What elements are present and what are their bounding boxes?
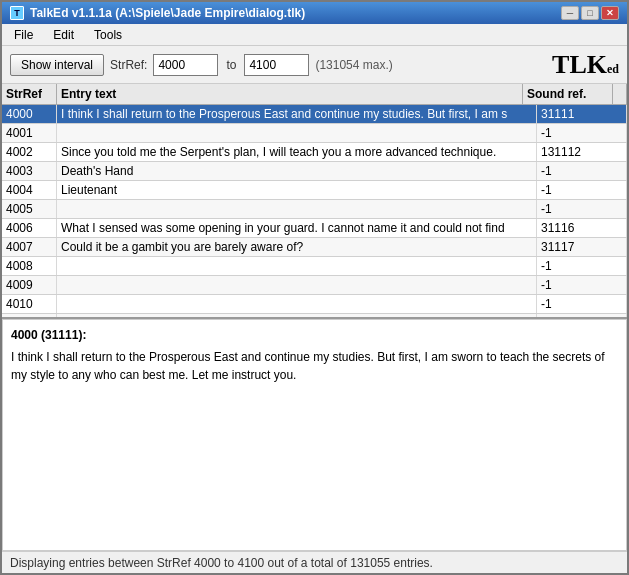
cell-strref: 4011 — [2, 314, 57, 317]
cell-strref: 4009 — [2, 276, 57, 294]
main-window: T TalkEd v1.1.1a (A:\Spiele\Jade Empire\… — [0, 0, 629, 575]
table-row[interactable]: 4011 -1 — [2, 314, 627, 317]
cell-sound: -1 — [537, 200, 627, 218]
header-scroll — [613, 84, 627, 104]
menu-edit[interactable]: Edit — [45, 26, 82, 44]
cell-text: Could it be a gambit you are barely awar… — [57, 238, 537, 256]
cell-strref: 4000 — [2, 105, 57, 123]
logo-text: TLK — [552, 50, 607, 79]
header-sound: Sound ref. — [523, 84, 613, 104]
max-label: (131054 max.) — [315, 58, 392, 72]
minimize-button[interactable]: ─ — [561, 6, 579, 20]
cell-sound: -1 — [537, 276, 627, 294]
main-content: StrRef Entry text Sound ref. 4000 I thin… — [2, 84, 627, 573]
menu-file[interactable]: File — [6, 26, 41, 44]
cell-strref: 4003 — [2, 162, 57, 180]
table-row[interactable]: 4009 -1 — [2, 276, 627, 295]
detail-text: I think I shall return to the Prosperous… — [11, 348, 618, 384]
to-label: to — [226, 58, 236, 72]
cell-strref: 4005 — [2, 200, 57, 218]
table-row[interactable]: 4008 -1 — [2, 257, 627, 276]
table-row[interactable]: 4005 -1 — [2, 200, 627, 219]
cell-strref: 4004 — [2, 181, 57, 199]
cell-strref: 4002 — [2, 143, 57, 161]
menu-bar: File Edit Tools — [2, 24, 627, 46]
menu-tools[interactable]: Tools — [86, 26, 130, 44]
table-row[interactable]: 4010 -1 — [2, 295, 627, 314]
table-row[interactable]: 4004 Lieutenant -1 — [2, 181, 627, 200]
table-row[interactable]: 4002 Since you told me the Serpent's pla… — [2, 143, 627, 162]
table-row[interactable]: 4000 I think I shall return to the Prosp… — [2, 105, 627, 124]
table-row[interactable]: 4003 Death's Hand -1 — [2, 162, 627, 181]
strref-label: StrRef: — [110, 58, 147, 72]
cell-text: What I sensed was some opening in your g… — [57, 219, 537, 237]
detail-pane: 4000 (31111): I think I shall return to … — [2, 319, 627, 551]
cell-text: Death's Hand — [57, 162, 537, 180]
cell-strref: 4006 — [2, 219, 57, 237]
show-interval-button[interactable]: Show interval — [10, 54, 104, 76]
detail-content: 4000 (31111): I think I shall return to … — [3, 320, 626, 550]
maximize-button[interactable]: □ — [581, 6, 599, 20]
cell-sound: -1 — [537, 257, 627, 275]
cell-sound: -1 — [537, 314, 627, 317]
app-icon: T — [10, 6, 24, 20]
table-header: StrRef Entry text Sound ref. — [2, 84, 627, 105]
table-row[interactable]: 4001 -1 — [2, 124, 627, 143]
cell-sound: 131112 — [537, 143, 627, 161]
logo-sub: ed — [607, 62, 619, 76]
cell-strref: 4001 — [2, 124, 57, 142]
cell-text — [57, 124, 537, 142]
window-controls: ─ □ ✕ — [561, 6, 619, 20]
cell-text — [57, 276, 537, 294]
cell-text — [57, 257, 537, 275]
status-bar: Displaying entries between StrRef 4000 t… — [2, 551, 627, 573]
cell-sound: -1 — [537, 181, 627, 199]
table-scroll[interactable]: 4000 I think I shall return to the Prosp… — [2, 105, 627, 317]
cell-text: Lieutenant — [57, 181, 537, 199]
cell-strref: 4007 — [2, 238, 57, 256]
title-bar-left: T TalkEd v1.1.1a (A:\Spiele\Jade Empire\… — [10, 6, 305, 20]
tlk-logo: TLKed — [552, 52, 619, 78]
strref-from-input[interactable] — [153, 54, 218, 76]
toolbar: Show interval StrRef: to (131054 max.) T… — [2, 46, 627, 84]
cell-sound: 31117 — [537, 238, 627, 256]
cell-text — [57, 295, 537, 313]
table-container: StrRef Entry text Sound ref. 4000 I thin… — [2, 84, 627, 319]
window-title: TalkEd v1.1.1a (A:\Spiele\Jade Empire\di… — [30, 6, 305, 20]
cell-strref: 4008 — [2, 257, 57, 275]
table-row[interactable]: 4006 What I sensed was some opening in y… — [2, 219, 627, 238]
status-text: Displaying entries between StrRef 4000 t… — [10, 556, 433, 570]
title-bar: T TalkEd v1.1.1a (A:\Spiele\Jade Empire\… — [2, 2, 627, 24]
cell-sound: -1 — [537, 162, 627, 180]
cell-text: I think I shall return to the Prosperous… — [57, 105, 537, 123]
table-row[interactable]: 4007 Could it be a gambit you are barely… — [2, 238, 627, 257]
detail-title: 4000 (31111): — [11, 326, 618, 344]
header-entry: Entry text — [57, 84, 523, 104]
cell-text: Since you told me the Serpent's plan, I … — [57, 143, 537, 161]
cell-text — [57, 314, 537, 317]
cell-text — [57, 200, 537, 218]
cell-sound: -1 — [537, 124, 627, 142]
cell-sound: 31111 — [537, 105, 627, 123]
cell-sound: -1 — [537, 295, 627, 313]
close-button[interactable]: ✕ — [601, 6, 619, 20]
cell-strref: 4010 — [2, 295, 57, 313]
strref-to-input[interactable] — [244, 54, 309, 76]
header-strref: StrRef — [2, 84, 57, 104]
cell-sound: 31116 — [537, 219, 627, 237]
